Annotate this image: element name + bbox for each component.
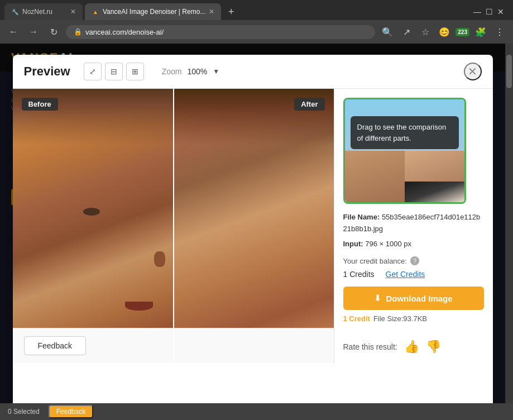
tab-noznet-close[interactable]: ✕ — [70, 8, 76, 16]
tab-vanceai-label: VanceAI Image Denoiser | Remo... — [103, 8, 205, 16]
grid-view-button[interactable]: ⊞ — [126, 63, 144, 80]
after-face — [173, 89, 334, 363]
modal-body: Before After Feedback — [13, 89, 493, 363]
credit-balance-label: Your credit balance: ? — [343, 256, 484, 265]
zoom-label: Zoom — [162, 67, 182, 76]
tab-vanceai[interactable]: ▲ VanceAI Image Denoiser | Remo... ✕ — [85, 3, 221, 20]
file-size-label: File Size:93.7KB — [373, 314, 427, 323]
bookmark-icon[interactable]: ☆ — [418, 24, 433, 40]
scrollbar-thumb[interactable] — [506, 55, 512, 88]
comparison-divider — [173, 89, 174, 363]
status-bar: 0 Selected Feedback — [0, 403, 513, 420]
input-value: 796 × 1000 px — [365, 240, 411, 248]
tab-noznet[interactable]: 🔧 NozNet.ru ✕ — [4, 3, 83, 20]
forward-button[interactable]: → — [26, 24, 41, 40]
credit-cost: 1 Credit — [343, 314, 370, 323]
zoom-area: Zoom 100% ▼ — [162, 67, 220, 76]
modal-title: Preview — [24, 64, 70, 79]
profile-icon[interactable]: 😊 — [437, 24, 452, 40]
back-button[interactable]: ← — [6, 24, 21, 40]
nav-bar: ← → ↻ 🔒 vanceai.com/denoise-ai/ 🔍 ↗ ☆ 😊 … — [0, 20, 513, 44]
hair-after — [173, 89, 334, 145]
search-icon[interactable]: 🔍 — [380, 24, 395, 40]
rate-label: Rate this result: — [343, 342, 397, 351]
thumb-left — [345, 99, 405, 202]
before-face — [13, 89, 174, 363]
download-button[interactable]: ⬇ Download Image — [343, 287, 484, 310]
drag-tooltip: Drag to see the comparison of different … — [351, 116, 459, 149]
window-maximize[interactable]: ☐ — [486, 7, 493, 16]
image-comparison[interactable]: Before After Feedback — [13, 89, 334, 363]
split-view-button[interactable]: ⊟ — [105, 63, 123, 80]
expand-view-button[interactable]: ⤢ — [84, 63, 102, 80]
window-minimize[interactable]: — — [473, 7, 481, 16]
help-icon[interactable]: ? — [410, 256, 419, 265]
selected-count: 0 Selected — [8, 408, 40, 416]
preview-modal: Preview ⤢ ⊟ ⊞ Zoom 100% ▼ ✕ — [13, 55, 493, 403]
credit-row: 1 Credits Get Credits — [343, 270, 484, 279]
tab-vanceai-favicon: ▲ — [92, 8, 99, 16]
tab-noznet-label: NozNet.ru — [22, 8, 52, 16]
input-size-info: Input: 796 × 1000 px — [343, 238, 484, 250]
after-image — [173, 89, 334, 363]
scrollbar[interactable] — [505, 44, 513, 403]
download-icon: ⬇ — [374, 293, 381, 303]
rate-section: Rate this result: 👍 👎 — [343, 334, 484, 354]
before-image — [13, 89, 174, 363]
nose-before — [154, 251, 165, 267]
new-tab-button[interactable]: + — [223, 4, 239, 20]
modal-overlay: Preview ⤢ ⊟ ⊞ Zoom 100% ▼ ✕ — [0, 44, 505, 403]
window-close[interactable]: ✕ — [497, 7, 504, 16]
input-label: Input: — [343, 240, 363, 248]
zoom-value: 100% — [187, 67, 207, 76]
download-info: 1 Credit File Size:93.7KB — [343, 314, 484, 323]
modal-header: Preview ⤢ ⊟ ⊞ Zoom 100% ▼ ✕ — [13, 55, 493, 89]
extension-badge: 223 — [456, 28, 469, 36]
lock-icon: 🔒 — [74, 28, 82, 36]
nav-actions: 🔍 ↗ ☆ 😊 223 🧩 ⋮ — [380, 24, 507, 40]
tab-noznet-favicon: 🔧 — [11, 8, 19, 16]
file-name-label: File Name: — [343, 213, 380, 221]
right-panel: Drag to see the comparison of different … — [334, 89, 493, 363]
thumbs-up-button[interactable]: 👍 — [404, 340, 419, 354]
refresh-button[interactable]: ↻ — [46, 24, 61, 40]
title-bar: 🔧 NozNet.ru ✕ ▲ VanceAI Image Denoiser |… — [0, 0, 513, 20]
thumbs-down-button[interactable]: 👎 — [426, 340, 441, 354]
zoom-dropdown[interactable]: ▼ — [213, 68, 219, 75]
modal-close-button[interactable]: ✕ — [464, 63, 482, 80]
page-content: VANCEAI Van... alg... wit... Preview ⤢ ⊟… — [0, 44, 513, 403]
download-button-label: Download Image — [386, 294, 452, 303]
preview-thumbnail[interactable]: Drag to see the comparison of different … — [343, 98, 466, 204]
after-label: After — [294, 98, 324, 111]
mouth-before — [125, 302, 153, 311]
thumb-right — [405, 99, 464, 202]
address-text: vanceai.com/denoise-ai/ — [85, 28, 164, 36]
extensions-icon[interactable]: 🧩 — [473, 24, 488, 40]
view-controls: ⤢ ⊟ ⊞ — [84, 63, 144, 80]
status-feedback-button[interactable]: Feedback — [49, 405, 94, 418]
credits-count: 1 Credits — [343, 270, 375, 279]
feedback-button[interactable]: Feedback — [24, 336, 86, 355]
file-info: File Name: 55b35eae186ecf714d01e112b21b8… — [343, 212, 484, 235]
browser-chrome: 🔧 NozNet.ru ✕ ▲ VanceAI Image Denoiser |… — [0, 0, 513, 44]
eye-left-before — [83, 208, 100, 216]
hair-before — [13, 89, 174, 145]
menu-icon[interactable]: ⋮ — [492, 24, 507, 40]
get-credits-link[interactable]: Get Credits — [386, 270, 425, 279]
share-icon[interactable]: ↗ — [399, 24, 414, 40]
before-label: Before — [22, 98, 58, 111]
tab-vanceai-close[interactable]: ✕ — [209, 8, 214, 16]
credit-section: Your credit balance: ? 1 Credits Get Cre… — [343, 256, 484, 279]
address-bar[interactable]: 🔒 vanceai.com/denoise-ai/ — [66, 25, 375, 39]
